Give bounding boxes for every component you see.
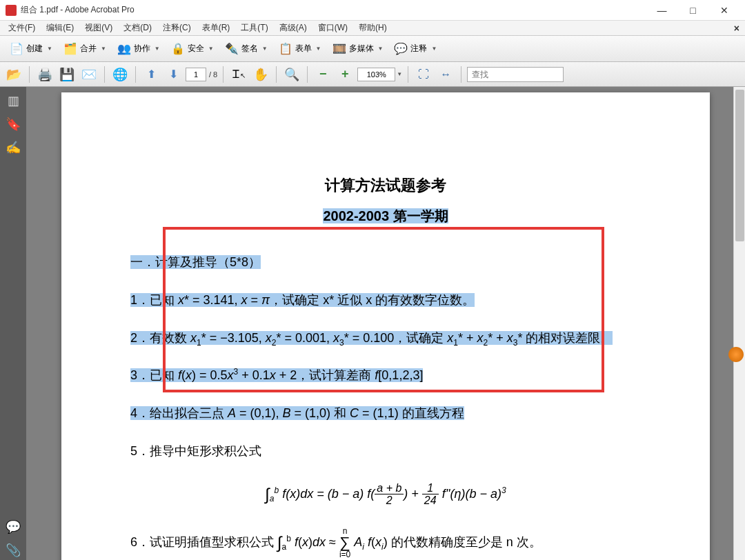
maximize-button[interactable]: □ — [677, 1, 708, 20]
hand-tool-button[interactable]: ✋ — [251, 65, 270, 84]
zoom-level-display[interactable]: 103% — [357, 68, 395, 81]
create-icon: 📄 — [10, 42, 23, 56]
menu-window[interactable]: 窗口(W) — [312, 21, 353, 35]
comments-panel-button[interactable]: 💬 — [3, 517, 23, 537]
comment-label: 注释 — [410, 43, 427, 54]
chevron-down-icon: ▼ — [208, 46, 214, 52]
question-1: 1．已知 x* = 3.141, x = π，试确定 x* 近似 x 的有效数字… — [130, 284, 641, 317]
secure-label: 安全 — [188, 43, 204, 54]
sign-button[interactable]: ✒️ 签名 ▼ — [219, 40, 273, 58]
web-button[interactable]: 🌐 — [110, 65, 130, 84]
chevron-down-icon: ▼ — [431, 46, 437, 52]
combine-label: 合并 — [80, 43, 97, 54]
bookmarks-panel-button[interactable]: 🔖 — [3, 114, 23, 134]
arrow-down-icon: ⬇ — [169, 68, 178, 81]
marquee-zoom-button[interactable]: 🔍 — [282, 65, 301, 84]
fit-page-button[interactable]: ⛶ — [414, 65, 433, 84]
multimedia-button[interactable]: 🎞️ 多媒体 ▼ — [327, 40, 389, 58]
collaborate-icon: 👥 — [117, 42, 131, 56]
menu-advanced[interactable]: 高级(A) — [274, 21, 312, 35]
multimedia-icon: 🎞️ — [332, 42, 346, 56]
window-controls: — □ ✕ — [646, 1, 739, 20]
page-number-input[interactable] — [186, 68, 206, 81]
minimize-button[interactable]: — — [646, 1, 677, 20]
question-2: 2．有效数 x1* = −3.105, x2* = 0.001, x3* = 0… — [130, 322, 641, 354]
document-title: 计算方法试题参考 — [130, 175, 641, 196]
menu-help[interactable]: 帮助(H) — [353, 21, 393, 35]
minus-icon: − — [319, 67, 327, 81]
chevron-down-icon[interactable]: ▼ — [397, 71, 402, 77]
question-6: 6．试证明插值型求积公式 ∫ab f(x)dx ≈ n∑i=0 Ai f(xi)… — [130, 521, 641, 560]
menu-document[interactable]: 文档(D) — [118, 21, 157, 35]
menu-edit[interactable]: 编辑(E) — [41, 21, 79, 35]
menu-view[interactable]: 视图(V) — [79, 21, 118, 35]
hand-icon: ✋ — [253, 67, 268, 82]
menubar-close-icon[interactable]: × — [734, 23, 739, 34]
signatures-panel-button[interactable]: ✍ — [3, 138, 23, 157]
chevron-down-icon: ▼ — [101, 46, 106, 52]
secure-button[interactable]: 🔒 安全 ▼ — [166, 40, 219, 58]
save-icon: 💾 — [59, 67, 74, 82]
collaborate-button[interactable]: 👥 协作 ▼ — [112, 40, 166, 58]
folder-open-icon: 📂 — [6, 67, 21, 82]
file-toolbar: 📂 🖨️ 💾 ✉️ 🌐 ⬆ ⬇ / 8 Ꮖ↖ ✋ 🔍 − + 103% ▼ ⛶ … — [0, 62, 745, 87]
create-button[interactable]: 📄 创建 ▼ — [4, 40, 58, 58]
title-bar: 组合 1.pdf - Adobe Acrobat Pro — □ ✕ — [0, 0, 745, 21]
email-button[interactable]: ✉️ — [79, 65, 99, 84]
fit-page-icon: ⛶ — [418, 68, 429, 81]
open-button[interactable]: 📂 — [4, 65, 23, 84]
arrow-up-icon: ⬆ — [147, 68, 156, 81]
pages-panel-button[interactable]: ▥ — [3, 91, 23, 110]
printer-icon: 🖨️ — [37, 67, 52, 82]
attachments-panel-button[interactable]: 📎 — [3, 541, 23, 560]
question-5: 5．推导中矩形求积公式 — [130, 435, 641, 468]
save-button[interactable]: 💾 — [57, 65, 77, 84]
chevron-down-icon: ▼ — [262, 46, 268, 52]
pdf-page: 计算方法试题参考 2002-2003 第一学期 一．计算及推导（5*8） 1．已… — [61, 92, 710, 560]
forms-label: 表单 — [295, 43, 312, 54]
menu-comments[interactable]: 注释(C) — [157, 21, 197, 35]
zoom-in-button[interactable]: + — [335, 65, 355, 84]
zoom-out-button[interactable]: − — [313, 65, 332, 84]
collaborate-label: 协作 — [134, 43, 150, 54]
document-viewport[interactable]: 计算方法试题参考 2002-2003 第一学期 一．计算及推导（5*8） 1．已… — [26, 87, 745, 560]
multimedia-label: 多媒体 — [349, 43, 374, 54]
chevron-down-icon: ▼ — [378, 46, 384, 52]
select-tool-button[interactable]: Ꮖ↖ — [229, 65, 248, 84]
comments-icon: 💬 — [6, 519, 21, 534]
separator — [307, 66, 308, 83]
navigation-panel: ▥ 🔖 ✍ 💬 📎 — [0, 87, 26, 560]
question-3: 3．已知 f(x) = 0.5x3 + 0.1x + 2，试计算差商 f[0,1… — [130, 359, 641, 392]
menu-tools[interactable]: 工具(T) — [235, 21, 273, 35]
chevron-down-icon: ▼ — [47, 46, 52, 52]
separator — [135, 66, 136, 83]
lock-icon: 🔒 — [171, 42, 185, 56]
create-label: 创建 — [26, 43, 43, 54]
comment-button[interactable]: 💬 注释 ▼ — [388, 40, 442, 58]
prev-page-button[interactable]: ⬆ — [141, 65, 161, 84]
plus-icon: + — [341, 67, 349, 81]
menu-forms[interactable]: 表单(R) — [197, 21, 236, 35]
formula-5: ∫ab f(x)dx = (b − a) f(a + b2) + 124 f''… — [130, 473, 641, 516]
vertical-scrollbar[interactable] — [733, 87, 745, 560]
page-total-label: / 8 — [209, 70, 217, 79]
fit-width-button[interactable]: ↔ — [436, 65, 455, 84]
menu-file[interactable]: 文件(F) — [3, 21, 41, 35]
chevron-down-icon: ▼ — [316, 46, 321, 52]
close-button[interactable]: ✕ — [708, 1, 739, 20]
scrollbar-thumb[interactable] — [735, 90, 744, 241]
forms-button[interactable]: 📋 表单 ▼ — [273, 40, 327, 58]
menu-bar: 文件(F) 编辑(E) 视图(V) 文档(D) 注释(C) 表单(R) 工具(T… — [0, 21, 745, 36]
separator — [461, 66, 461, 83]
find-input[interactable] — [467, 67, 564, 82]
combine-icon: 🗂️ — [63, 42, 77, 56]
combine-button[interactable]: 🗂️ 合并 ▼ — [58, 40, 112, 58]
document-subtitle: 2002-2003 第一学期 — [130, 207, 641, 226]
print-button[interactable]: 🖨️ — [35, 65, 54, 84]
pen-icon: ✒️ — [225, 42, 239, 56]
separator — [408, 66, 408, 83]
paperclip-icon: 📎 — [6, 543, 21, 558]
next-page-button[interactable]: ⬇ — [163, 65, 183, 84]
separator — [276, 66, 277, 83]
question-4: 4．给出拟合三点 A = (0,1), B = (1,0) 和 C = (1,1… — [130, 397, 641, 430]
